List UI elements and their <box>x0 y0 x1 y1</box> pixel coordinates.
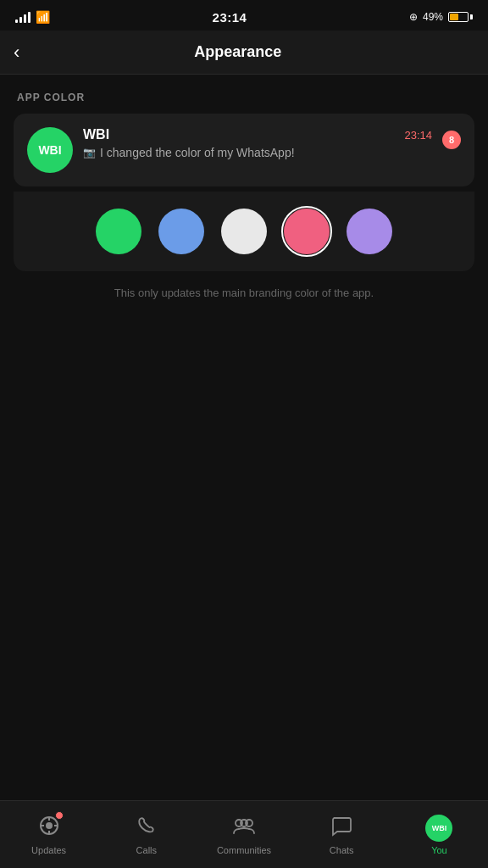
chat-name: WBI <box>83 127 109 142</box>
status-left: 📶 <box>15 10 50 24</box>
chats-icon <box>330 815 352 842</box>
swatch-pink[interactable] <box>284 209 330 254</box>
wifi-icon: 📶 <box>36 10 50 24</box>
chat-message: 📷 I changed the color of my WhatsApp! <box>83 146 432 159</box>
hint-text: This only updates the main branding colo… <box>14 285 474 302</box>
updates-icon <box>38 815 60 842</box>
nav-label-chats: Chats <box>330 845 354 855</box>
swatch-white[interactable] <box>221 209 267 254</box>
nav-label-updates: Updates <box>31 845 66 855</box>
bottom-nav: Updates Calls Communities <box>0 800 488 868</box>
chat-content: WBI 23:14 📷 I changed the color of my Wh… <box>83 127 432 159</box>
nav-label-you: You <box>431 845 447 855</box>
communities-icon <box>232 815 256 842</box>
status-right: ⊕ 49% <box>409 11 473 23</box>
nav-label-calls: Calls <box>136 845 157 855</box>
signal-icon <box>15 11 30 23</box>
unread-badge: 8 <box>442 131 461 149</box>
chat-message-text: I changed the color of my WhatsApp! <box>100 146 295 159</box>
chat-top: WBI 23:14 <box>83 127 432 142</box>
nav-item-chats[interactable]: Chats <box>293 808 391 862</box>
location-icon: ⊕ <box>409 11 418 23</box>
status-time: 23:14 <box>213 10 247 25</box>
you-avatar: WBI <box>425 815 452 842</box>
back-button[interactable]: ‹ <box>14 42 19 64</box>
camera-icon: 📷 <box>83 147 96 159</box>
nav-item-you[interactable]: WBI You <box>391 808 488 862</box>
swatches-area <box>14 192 474 271</box>
swatch-green[interactable] <box>96 209 141 254</box>
battery-icon <box>448 12 473 22</box>
calls-icon <box>136 815 158 842</box>
chat-item: WBI WBI 23:14 📷 I changed the color of m… <box>27 127 461 173</box>
nav-item-calls[interactable]: Calls <box>97 808 195 862</box>
nav-item-updates[interactable]: Updates <box>0 808 97 862</box>
nav-item-communities[interactable]: Communities <box>195 808 292 862</box>
swatch-blue[interactable] <box>158 209 204 254</box>
header: ‹ Appearance <box>0 31 488 75</box>
chat-time: 23:14 <box>404 129 432 142</box>
page-title: Appearance <box>30 43 446 61</box>
updates-badge <box>55 811 64 820</box>
section-label: APP COLOR <box>14 92 474 103</box>
avatar: WBI <box>27 127 73 173</box>
preview-card: WBI WBI 23:14 📷 I changed the color of m… <box>14 114 474 186</box>
nav-label-communities: Communities <box>217 845 271 855</box>
main-content: APP COLOR WBI WBI 23:14 📷 I changed the … <box>0 75 488 319</box>
swatch-purple[interactable] <box>347 209 392 254</box>
battery-percent: 49% <box>423 11 443 23</box>
status-bar: 📶 23:14 ⊕ 49% <box>0 0 488 31</box>
svg-point-1 <box>46 822 53 829</box>
